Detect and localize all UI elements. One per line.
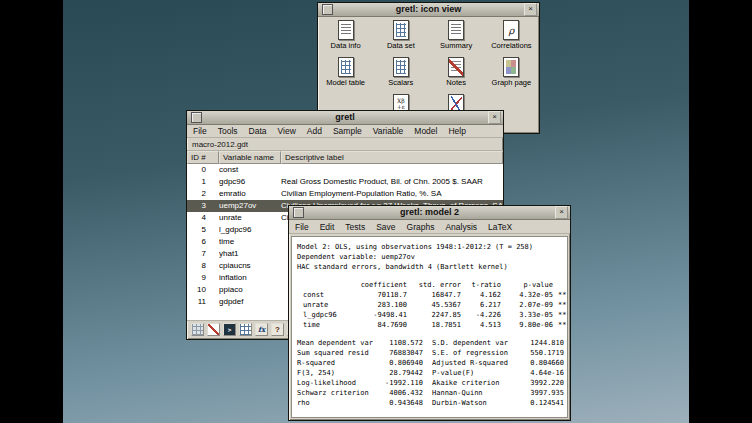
stat-label: F(3, 254)	[297, 368, 381, 378]
stat-label: Akaike criterion	[432, 378, 522, 388]
icon-label: Data info	[331, 42, 361, 50]
stat-label: R-squared	[297, 358, 381, 368]
stat-label: Schwarz criterion	[297, 388, 381, 398]
notes-icon	[448, 57, 464, 77]
main-menubar: File Tools Data View Add Sample Variable…	[187, 125, 503, 138]
menu-save[interactable]: Save	[376, 222, 395, 232]
stat-row: Sum squared resid 76883047 S.E. of regre…	[297, 348, 562, 358]
icon-correlations[interactable]: ρ Correlations	[484, 20, 539, 54]
icon-graph-page[interactable]: Graph page	[484, 57, 539, 91]
table-row[interactable]: 2 emratio Civilian Employment-Population…	[187, 188, 503, 200]
coef-row: unrate 283.100 45.5367 6.217 2.07e-09 **…	[297, 300, 562, 310]
icon-summary[interactable]: Summary	[429, 20, 484, 54]
reference-icon[interactable]: ?	[271, 323, 284, 336]
column-header-name[interactable]: Variable name	[219, 151, 281, 164]
stat-row: Log-likelihood -1992.110 Akaike criterio…	[297, 378, 562, 388]
row-id: 0	[187, 164, 219, 176]
stat-label: Durbin-Watson	[432, 398, 522, 408]
menu-data[interactable]: Data	[249, 126, 267, 136]
header-std-error: std. error	[407, 280, 461, 290]
stat-value: 4006.432	[381, 388, 423, 398]
rho-glyph: ρ	[508, 25, 514, 36]
close-icon[interactable]: ×	[555, 206, 568, 219]
icon-view-titlebar[interactable]: gretl: icon view ×	[318, 3, 539, 17]
menu-help[interactable]: Help	[448, 126, 465, 136]
model-titlebar[interactable]: gretl: model 2 ×	[289, 206, 570, 220]
row-id: 7	[187, 248, 219, 260]
stat-label: rho	[297, 398, 381, 408]
menu-add[interactable]: Add	[307, 126, 322, 136]
icon-view-title: gretl: icon view	[335, 3, 522, 16]
icon-scalars[interactable]: Scalars	[373, 57, 428, 91]
icon-label: Summary	[440, 42, 472, 50]
table-row[interactable]: 0 const	[187, 164, 503, 176]
close-icon[interactable]: ×	[524, 3, 537, 16]
menu-tests[interactable]: Tests	[345, 222, 365, 232]
stat-label: P-value(F)	[432, 368, 522, 378]
menu-variable[interactable]: Variable	[373, 126, 404, 136]
stat-value: 0.124541	[522, 398, 564, 408]
table-row[interactable]: 1 gdpc96 Real Gross Domestic Product, Bi…	[187, 176, 503, 188]
stat-label: Sum squared resid	[297, 348, 381, 358]
row-id: 2	[187, 188, 219, 200]
menu-latex[interactable]: LaTeX	[488, 222, 512, 232]
window-menu-button[interactable]	[322, 4, 333, 15]
session-view-icon[interactable]	[239, 323, 252, 336]
stat-value: 4.64e-16	[522, 368, 564, 378]
column-header-id[interactable]: ID #	[187, 151, 219, 164]
menu-edit[interactable]: Edit	[320, 222, 335, 232]
icon-notes[interactable]: Notes	[429, 57, 484, 91]
icon-label: Data set	[387, 42, 415, 50]
console-icon[interactable]: >	[223, 323, 236, 336]
stat-value: -1992.110	[381, 378, 423, 388]
stat-label: Adjusted R-squared	[432, 358, 522, 368]
row-name: time	[219, 236, 281, 248]
menu-sample[interactable]: Sample	[333, 126, 362, 136]
menu-file[interactable]: File	[295, 222, 309, 232]
model-menubar: File Edit Tests Save Graphs Analysis LaT…	[289, 220, 570, 234]
coef-se: 45.5367	[407, 300, 461, 310]
column-header-label[interactable]: Descriptive label	[281, 151, 503, 164]
row-id: 5	[187, 224, 219, 236]
icon-data-info[interactable]: Data info	[318, 20, 373, 54]
menu-model[interactable]: Model	[414, 126, 437, 136]
stat-label: S.E. of regression	[432, 348, 522, 358]
row-label: Civilian Employment-Population Ratio, %.…	[281, 188, 503, 200]
menu-analysis[interactable]: Analysis	[445, 222, 477, 232]
row-id: 4	[187, 212, 219, 224]
stat-value: 550.1719	[522, 348, 564, 358]
row-id: 9	[187, 272, 219, 284]
window-menu-button[interactable]	[293, 207, 304, 218]
window-menu-button[interactable]	[191, 112, 202, 123]
coef-t: 6.217	[461, 300, 501, 310]
stat-value: 28.79442	[381, 368, 423, 378]
coef-t: 4.513	[461, 320, 501, 330]
stat-value: 0.943648	[381, 398, 423, 408]
main-titlebar[interactable]: gretl ×	[187, 111, 503, 125]
function-packages-icon[interactable]: fx	[255, 323, 268, 336]
new-script-icon[interactable]	[207, 323, 220, 336]
icon-label: Correlations	[491, 42, 531, 50]
row-name: unrate	[219, 212, 281, 224]
stat-row: Schwarz criterion 4006.432 Hannan-Quinn …	[297, 388, 562, 398]
coef-t: -4.226	[461, 310, 501, 320]
calculator-icon[interactable]	[191, 323, 204, 336]
icon-data-set[interactable]: Data set	[373, 20, 428, 54]
hac-line: HAC standard errors, bandwidth 4 (Bartle…	[297, 262, 562, 272]
dataset-name: macro-2012.gdt	[192, 140, 248, 149]
stat-row: Mean dependent var 1108.572 S.D. depende…	[297, 338, 562, 348]
coef-se: 16847.7	[407, 290, 461, 300]
menu-tools[interactable]: Tools	[218, 126, 238, 136]
model-table-icon	[338, 57, 354, 77]
close-icon[interactable]: ×	[488, 111, 501, 124]
row-name: gdpdef	[219, 296, 281, 308]
menu-graphs[interactable]: Graphs	[407, 222, 435, 232]
summary-icon	[448, 20, 464, 40]
menu-file[interactable]: File	[193, 126, 207, 136]
menu-view[interactable]: View	[278, 126, 296, 136]
icon-model-table[interactable]: Model table	[318, 57, 373, 91]
header-coefficient: coefficient	[355, 280, 407, 290]
row-name: inflation	[219, 272, 281, 284]
row-name: uemp27ov	[219, 200, 281, 212]
model-output: Model 2: OLS, using observations 1948:1-…	[291, 236, 568, 418]
